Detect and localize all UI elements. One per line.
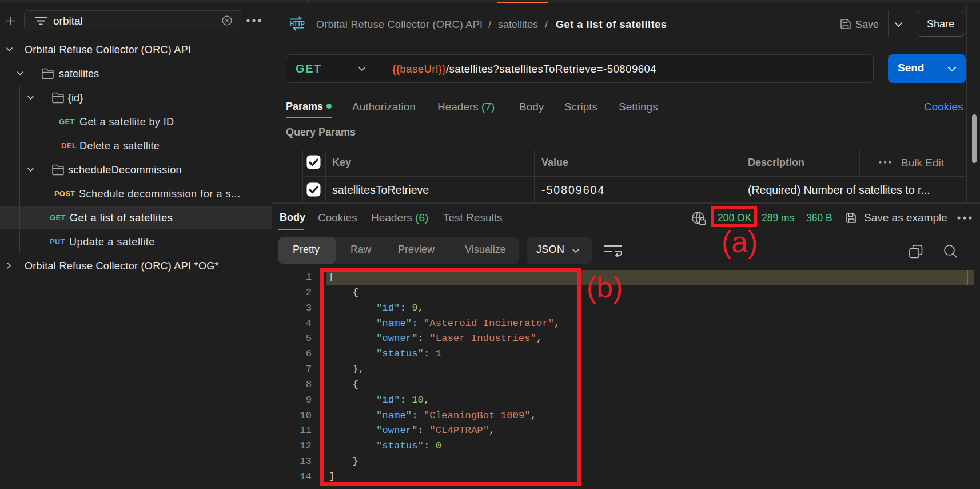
svg-text:HTTP: HTTP [290, 20, 305, 28]
